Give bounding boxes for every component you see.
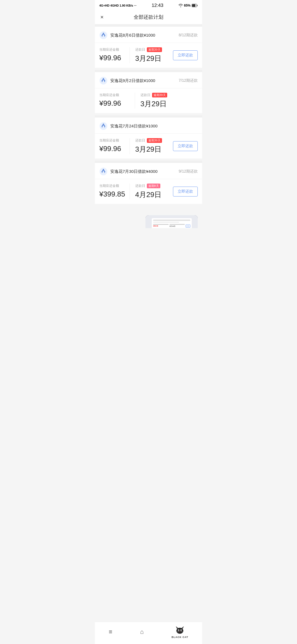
loan-period-4: 9/12期还款 bbox=[179, 169, 198, 174]
loan-header-1: 安逸花8月6日借款¥1000 8/12期还款 bbox=[95, 27, 202, 43]
pay-button-4[interactable]: 立即还款 bbox=[173, 187, 198, 197]
divider-2 bbox=[95, 115, 202, 118]
amount-label-4: 当期应还金额 bbox=[99, 184, 130, 188]
loan-card-4: 安逸花7月30日借款¥4000 9/12期还款 当期应还金额 ¥399.85 还… bbox=[95, 163, 202, 204]
battery-percent: 65% bbox=[184, 4, 191, 7]
loan-card-3: 安逸花7月24日借款¥1000 当期应还金额 ¥99.96 还款日 逾期39天 … bbox=[95, 118, 202, 159]
svg-point-3 bbox=[100, 31, 107, 39]
overdue-badge-3: 逾期39天 bbox=[147, 138, 162, 143]
svg-point-8 bbox=[103, 124, 104, 125]
overdue-badge-2: 逾期39天 bbox=[152, 93, 167, 97]
top-divider bbox=[95, 24, 202, 27]
svg-point-10 bbox=[103, 169, 104, 170]
loan-title-3: 安逸花7月24日借款¥1000 bbox=[110, 124, 158, 129]
svg-point-9 bbox=[100, 168, 107, 175]
battery-icon bbox=[192, 4, 198, 7]
svg-point-7 bbox=[100, 122, 107, 130]
loan-detail-2: 当期应还金额 ¥99.96 还款日 逾期39天 3月29日 bbox=[95, 88, 202, 113]
loan-period-1: 8/12期还款 bbox=[179, 33, 198, 38]
page-title: 全部还款计划 bbox=[134, 14, 163, 20]
wifi-icon bbox=[178, 4, 183, 7]
due-label-2: 还款日 逾期39天 bbox=[141, 93, 176, 97]
amount-label-3: 当期应还金额 bbox=[99, 138, 130, 143]
anyihua-icon-2 bbox=[99, 77, 108, 85]
svg-point-5 bbox=[100, 77, 107, 84]
battery-info: 65% bbox=[178, 4, 198, 7]
loan-title-2: 安逸花9月2日借款¥1000 bbox=[110, 78, 155, 83]
anyihua-icon-4 bbox=[99, 167, 108, 176]
amount-value-3: ¥99.96 bbox=[99, 144, 130, 153]
svg-rect-2 bbox=[192, 4, 196, 7]
amount-label-1: 当期应还金额 bbox=[99, 47, 130, 52]
svg-point-4 bbox=[103, 33, 104, 34]
loan-header-4: 安逸花7月30日借款¥4000 9/12期还款 bbox=[95, 163, 202, 179]
loan-detail-4: 当期应还金额 ¥399.85 还款日 逾期8天 4月29日 立即还款 bbox=[95, 179, 202, 204]
pay-button-1[interactable]: 立即还款 bbox=[173, 50, 198, 60]
signal-info: 4G+HD 4GHD 1.90 KB/s ··· bbox=[99, 4, 136, 7]
loan-card-1: 安逸花8月6日借款¥1000 8/12期还款 当期应还金额 ¥99.96 还款日… bbox=[95, 27, 202, 68]
overdue-badge-1: 逾期39天 bbox=[147, 47, 162, 52]
loan-period-2: 7/12期还款 bbox=[179, 78, 198, 83]
due-label-1: 还款日 逾期39天 bbox=[135, 47, 166, 52]
divider-3 bbox=[95, 161, 202, 163]
signal-text: 4G+HD 4GHD 1.90 KB/s ··· bbox=[99, 4, 136, 7]
due-date-4: 4月29日 bbox=[135, 190, 166, 200]
loan-card-2: 安逸花9月2日借款¥1000 7/12期还款 当期应还金额 ¥99.96 还款日… bbox=[95, 72, 202, 113]
loan-title-1: 安逸花8月6日借款¥1000 bbox=[110, 33, 155, 38]
loan-header-3: 安逸花7月24日借款¥1000 bbox=[95, 118, 202, 134]
status-time: 12:43 bbox=[152, 3, 163, 8]
loan-detail-3: 当期应还金额 ¥99.96 还款日 逾期39天 3月29日 立即还款 bbox=[95, 134, 202, 159]
amount-label-2: 当期应还金额 bbox=[99, 93, 135, 97]
due-date-1: 3月29日 bbox=[135, 54, 166, 63]
loan-header-2: 安逸花9月2日借款¥1000 7/12期还款 bbox=[95, 72, 202, 88]
amount-value-4: ¥399.85 bbox=[99, 190, 130, 198]
content-area: 安逸花8月6日借款¥1000 8/12期还款 当期应还金额 ¥99.96 还款日… bbox=[95, 27, 202, 228]
due-date-3: 3月29日 bbox=[135, 144, 166, 154]
svg-rect-1 bbox=[197, 5, 198, 6]
page-header: × 全部还款计划 bbox=[95, 10, 202, 24]
loan-title-4: 安逸花7月30日借款¥4000 bbox=[110, 169, 158, 174]
pay-button-3[interactable]: 立即还款 bbox=[173, 141, 198, 151]
loan-detail-1: 当期应还金额 ¥99.96 还款日 逾期39天 3月29日 立即还款 bbox=[95, 43, 202, 68]
svg-point-6 bbox=[103, 78, 104, 79]
popup-menu: ¥99.96 3月29日 还款 ¥99.96 3月29日 bbox=[145, 215, 198, 228]
popup-screenshot-preview: ¥99.96 3月29日 还款 ¥99.96 3月29日 bbox=[145, 215, 198, 228]
due-date-2: 3月29日 bbox=[141, 99, 176, 109]
status-bar: 4G+HD 4GHD 1.90 KB/s ··· 12:43 65% bbox=[95, 0, 202, 10]
anyihua-icon-3 bbox=[99, 122, 108, 130]
amount-value-2: ¥99.96 bbox=[99, 99, 135, 108]
divider-1 bbox=[95, 70, 202, 72]
anyihua-icon bbox=[99, 31, 108, 39]
due-label-3: 还款日 逾期39天 bbox=[135, 138, 166, 143]
due-label-4: 还款日 逾期8天 bbox=[135, 184, 166, 188]
overdue-badge-4: 逾期8天 bbox=[147, 184, 160, 188]
amount-value-1: ¥99.96 bbox=[99, 54, 130, 62]
close-button[interactable]: × bbox=[100, 14, 104, 20]
